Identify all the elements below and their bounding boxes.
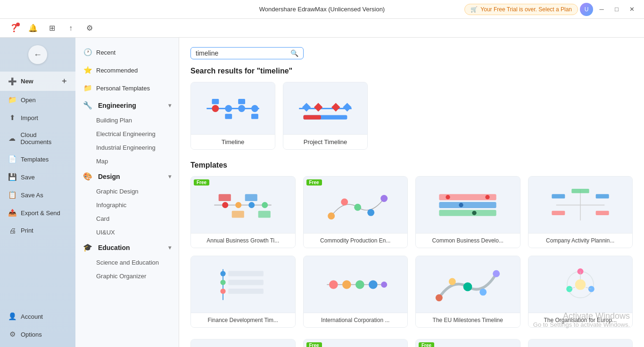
back-button[interactable]: ←: [28, 45, 47, 64]
template-company-activity[interactable]: Company Activity Plannin...: [528, 176, 633, 248]
cloud-icon: ☁: [8, 134, 17, 143]
svg-point-57: [436, 294, 443, 301]
search-result-project-timeline-label: Project Timeline: [283, 134, 367, 149]
mid-map[interactable]: Map: [75, 154, 179, 168]
svg-point-53: [342, 280, 351, 289]
sidebar-item-templates[interactable]: 📄 Templates: [0, 150, 75, 168]
svg-rect-49: [228, 280, 264, 285]
template-bottom4[interactable]: Business Timeline...: [528, 339, 633, 347]
svg-point-45: [221, 271, 226, 276]
sidebar-item-new[interactable]: ➕ New ＋: [0, 72, 75, 91]
design-chevron: ▾: [168, 173, 171, 180]
template-finance[interactable]: Finance Development Tim...: [190, 256, 296, 328]
avatar[interactable]: U: [580, 3, 593, 16]
template-bottom2[interactable]: Free Engineering Timeline...: [303, 339, 408, 347]
svg-rect-50: [228, 288, 264, 293]
options-icon: ⚙: [8, 330, 17, 339]
mid-electrical-eng[interactable]: Electrical Engineering: [75, 127, 179, 141]
svg-point-60: [479, 288, 487, 295]
mid-recent[interactable]: 🕐 Recent: [75, 43, 179, 61]
svg-rect-7: [238, 99, 245, 104]
notification-badge: [16, 23, 20, 26]
svg-rect-5: [212, 99, 219, 104]
mid-education-header[interactable]: 🎓 Education ▾: [75, 239, 179, 256]
template-travel[interactable]: Travel Industry Timeline...: [190, 339, 296, 347]
mid-building-plan[interactable]: Building Plan: [75, 113, 179, 127]
search-result-timeline-img: [191, 82, 275, 134]
svg-point-52: [329, 280, 338, 289]
svg-point-3: [238, 105, 245, 112]
svg-rect-24: [258, 210, 271, 218]
sidebar-label-save: Save: [21, 174, 35, 181]
template-bottom3[interactable]: Free Education Timeline...: [415, 339, 520, 347]
svg-rect-21: [219, 194, 231, 201]
help-icon[interactable]: ❓: [8, 22, 21, 35]
grid-icon[interactable]: ⊞: [45, 22, 58, 35]
sidebar-item-options[interactable]: ⚙ Options: [0, 325, 75, 343]
template-commodity[interactable]: Free Commodity Production En...: [303, 176, 408, 248]
templates-section-title: Templates: [190, 161, 633, 169]
search-input[interactable]: [196, 49, 290, 57]
share-icon[interactable]: ↑: [64, 22, 77, 35]
sidebar-label-account: Account: [21, 313, 43, 320]
sidebar-item-save[interactable]: 💾 Save: [0, 168, 75, 186]
mid-recommended[interactable]: ⭐ Recommended: [75, 61, 179, 79]
svg-rect-23: [245, 194, 257, 201]
sidebar-item-account[interactable]: 👤 Account: [0, 307, 75, 325]
template-annual-business[interactable]: Free Annual Business Growth Ti...: [190, 176, 296, 248]
svg-point-19: [248, 202, 255, 208]
account-icon: 👤: [8, 312, 17, 321]
mid-infographic[interactable]: Infographic: [75, 198, 179, 212]
mid-science-edu[interactable]: Science and Education: [75, 256, 179, 269]
sidebar-item-export[interactable]: 📤 Export & Send: [0, 204, 75, 222]
search-icon: 🔍: [290, 49, 298, 57]
settings-icon[interactable]: ⚙: [83, 22, 96, 35]
trial-badge[interactable]: 🛒 Your Free Trial is over. Select a Plan: [464, 4, 578, 15]
svg-rect-41: [552, 210, 565, 215]
svg-point-54: [355, 280, 364, 289]
sidebar-label-saveas: Save As: [21, 192, 43, 199]
bell-icon[interactable]: 🔔: [26, 22, 40, 35]
engineering-icon: 🔧: [83, 101, 92, 109]
svg-point-20: [262, 202, 268, 208]
minimize-button[interactable]: ─: [595, 3, 608, 16]
sidebar-item-print[interactable]: 🖨 Print: [0, 222, 75, 239]
sidebar-item-open[interactable]: 📁 Open: [0, 91, 75, 109]
personal-icon: 📁: [83, 84, 92, 92]
template-common-business[interactable]: Common Business Develo...: [415, 176, 520, 248]
mid-graphic-organizer[interactable]: Graphic Organizer: [75, 269, 179, 283]
close-button[interactable]: ✕: [625, 3, 638, 16]
mid-industrial-eng[interactable]: Industrial Engineering: [75, 141, 179, 154]
svg-point-64: [588, 286, 594, 292]
mid-graphic-design[interactable]: Graphic Design: [75, 185, 179, 198]
template-organisation[interactable]: The Organisation for Europ...: [528, 256, 633, 328]
search-result-project-timeline[interactable]: Project Timeline: [283, 82, 368, 150]
mid-personal[interactable]: 📁 Personal Templates: [75, 79, 179, 97]
engineering-chevron: ▾: [168, 102, 171, 109]
template-international[interactable]: International Corporation ...: [303, 256, 408, 328]
engineering-label: Engineering: [98, 102, 136, 109]
app-title: Wondershare EdrawMax (Unlicensed Version…: [259, 6, 385, 13]
svg-point-65: [566, 286, 572, 292]
svg-point-55: [369, 280, 378, 289]
sidebar-item-cloud[interactable]: ☁ Cloud Documents: [0, 127, 75, 150]
template-eu-milestones[interactable]: The EU Milestones Timeline: [415, 256, 520, 328]
sidebar-item-saveas[interactable]: 📋 Save As: [0, 186, 75, 204]
sidebar-label-cloud: Cloud Documents: [20, 131, 68, 145]
sidebar-item-import[interactable]: ⬆ Import: [0, 109, 75, 127]
templates-icon: 📄: [8, 155, 17, 163]
maximize-button[interactable]: □: [610, 3, 623, 16]
mid-card[interactable]: Card: [75, 212, 179, 226]
svg-rect-42: [595, 210, 609, 215]
mid-engineering-header[interactable]: 🔧 Engineering ▾: [75, 97, 179, 113]
education-icon: 🎓: [83, 243, 92, 251]
search-result-timeline[interactable]: Timeline: [190, 82, 275, 150]
toolbar: ❓ 🔔 ⊞ ↑ ⚙: [0, 19, 644, 38]
search-bar: 🔍: [190, 47, 304, 59]
sidebar-label-options: Options: [21, 331, 42, 338]
trial-text: Your Free Trial is over. Select a Plan: [480, 6, 572, 13]
svg-point-4: [251, 105, 258, 112]
mid-ui-ux[interactable]: UI&UX: [75, 226, 179, 239]
mid-design-header[interactable]: 🎨 Design ▾: [75, 168, 179, 185]
template-bottom2-img: Free: [304, 339, 408, 347]
